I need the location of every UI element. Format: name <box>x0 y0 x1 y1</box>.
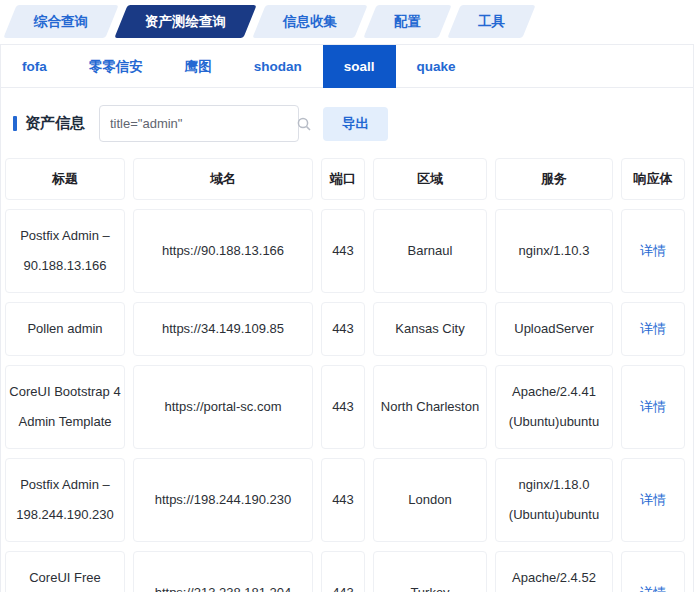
nav-tab-info-collection[interactable]: 信息收集 <box>252 5 367 38</box>
table-header-row: 标题 域名 端口 区域 服务 响应体 <box>5 158 689 200</box>
cell-region: Turkey <box>373 551 487 592</box>
table-row: CoreUI Free React.js Admin https://213.2… <box>5 551 689 592</box>
section-title: 资产信息 <box>13 114 85 133</box>
cell-region: London <box>373 458 487 542</box>
cell-port: 443 <box>321 209 365 293</box>
asset-info-toolbar: 资产信息 导出 <box>1 88 693 156</box>
header-region: 区域 <box>373 158 487 200</box>
table-row: Postfix Admin – 198.244.190.230 https://… <box>5 458 689 542</box>
cell-service: Apache/2.4.52 (Win64) <box>495 551 613 592</box>
cell-region: Barnaul <box>373 209 487 293</box>
header-port: 端口 <box>321 158 365 200</box>
cell-service: Apache/2.4.41 (Ubuntu)ubuntu <box>495 365 613 449</box>
engine-tab-bar: fofa 零零信安 鹰图 shodan soall quake <box>1 45 693 88</box>
export-button[interactable]: 导出 <box>323 107 388 141</box>
cell-port: 443 <box>321 551 365 592</box>
nav-tab-asset-mapping-query[interactable]: 资产测绘查询 <box>114 5 256 38</box>
engine-tab-yingtu[interactable]: 鹰图 <box>164 45 233 88</box>
cell-domain: https://34.149.109.85 <box>133 302 313 356</box>
nav-tab-config[interactable]: 配置 <box>363 5 451 38</box>
engine-tab-soall[interactable]: soall <box>323 45 396 88</box>
cell-port: 443 <box>321 458 365 542</box>
header-domain: 域名 <box>133 158 313 200</box>
engine-tab-fofa[interactable]: fofa <box>1 45 68 88</box>
cell-domain: https://213.238.181.204 <box>133 551 313 592</box>
header-service: 服务 <box>495 158 613 200</box>
cell-service: nginx/1.18.0 (Ubuntu)ubuntu <box>495 458 613 542</box>
accent-bar <box>13 116 17 131</box>
main-nav: 综合查询 资产测绘查询 信息收集 配置 工具 <box>0 0 694 38</box>
table-row: Postfix Admin – 90.188.13.166 https://90… <box>5 209 689 293</box>
detail-link[interactable]: 详情 <box>621 365 685 449</box>
nav-tab-comprehensive-query[interactable]: 综合查询 <box>3 5 118 38</box>
cell-port: 443 <box>321 302 365 356</box>
cell-port: 443 <box>321 365 365 449</box>
engine-tab-quake[interactable]: quake <box>396 45 477 88</box>
cell-domain: https://90.188.13.166 <box>133 209 313 293</box>
cell-service: UploadServer <box>495 302 613 356</box>
cell-service: nginx/1.10.3 <box>495 209 613 293</box>
content-panel: fofa 零零信安 鹰图 shodan soall quake 资产信息 导出 … <box>0 44 694 592</box>
cell-title: CoreUI Bootstrap 4 Admin Template <box>5 365 125 449</box>
cell-region: North Charleston <box>373 365 487 449</box>
cell-region: Kansas City <box>373 302 487 356</box>
detail-link[interactable]: 详情 <box>621 302 685 356</box>
query-search-box <box>99 105 299 142</box>
detail-link[interactable]: 详情 <box>621 209 685 293</box>
engine-tab-lingling[interactable]: 零零信安 <box>68 45 164 88</box>
search-input[interactable] <box>100 116 296 131</box>
cell-title: Postfix Admin – 90.188.13.166 <box>5 209 125 293</box>
cell-domain: https://portal-sc.com <box>133 365 313 449</box>
cell-title: CoreUI Free React.js Admin <box>5 551 125 592</box>
cell-domain: https://198.244.190.230 <box>133 458 313 542</box>
nav-tab-tools[interactable]: 工具 <box>447 5 535 38</box>
cell-title: Pollen admin <box>5 302 125 356</box>
table-row: Pollen admin https://34.149.109.85 443 K… <box>5 302 689 356</box>
header-response: 响应体 <box>621 158 685 200</box>
search-icon <box>296 116 312 132</box>
header-title: 标题 <box>5 158 125 200</box>
table-row: CoreUI Bootstrap 4 Admin Template https:… <box>5 365 689 449</box>
table-body: Postfix Admin – 90.188.13.166 https://90… <box>5 209 689 592</box>
results-table: 标题 域名 端口 区域 服务 响应体 Postfix Admin – 90.18… <box>1 156 693 592</box>
cell-title: Postfix Admin – 198.244.190.230 <box>5 458 125 542</box>
section-title-text: 资产信息 <box>25 114 85 133</box>
detail-link[interactable]: 详情 <box>621 458 685 542</box>
engine-tab-shodan[interactable]: shodan <box>233 45 323 88</box>
detail-link[interactable]: 详情 <box>621 551 685 592</box>
